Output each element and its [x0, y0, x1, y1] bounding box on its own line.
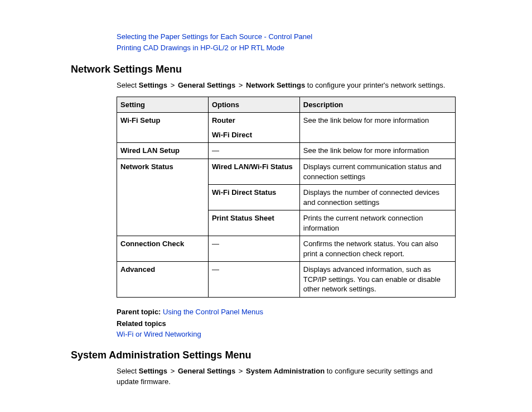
table-row: Advanced — Displays advanced information…: [117, 262, 456, 298]
related-topics-heading: Related topics: [117, 319, 456, 328]
option-router: Router: [212, 116, 296, 126]
text: Select: [117, 367, 139, 375]
section1-body: Select Settings > General Settings > Net…: [71, 80, 456, 338]
link-wifi-wired[interactable]: Wi-Fi or Wired Networking: [117, 330, 201, 338]
cell-description: Prints the current network connection in…: [299, 210, 455, 236]
cell-description: See the link below for more information: [299, 143, 455, 159]
cell-setting: Advanced: [117, 262, 209, 298]
page-container: Selecting the Paper Settings for Each So…: [37, 0, 495, 412]
cell-options: Wi-Fi Direct Status: [208, 185, 299, 210]
table-row: Connection Check — Confirms the network …: [117, 236, 456, 262]
cell-description: See the link below for more information: [299, 113, 455, 143]
text: to configure your printer's network sett…: [305, 81, 445, 89]
heading-network-settings: Network Settings Menu: [71, 64, 456, 75]
table-row: Wi-Fi Setup Router Wi-Fi Direct See the …: [117, 113, 456, 143]
parent-topic-line: Parent topic: Using the Control Panel Me…: [117, 308, 456, 316]
crumb-general: General Settings: [178, 81, 235, 89]
top-links-block: Selecting the Paper Settings for Each So…: [71, 31, 456, 54]
cell-options: —: [208, 143, 299, 159]
cell-options: —: [208, 262, 299, 298]
link-parent-topic[interactable]: Using the Control Panel Menus: [163, 308, 263, 316]
related-links-block: Wi-Fi or Wired Networking: [117, 330, 456, 338]
cell-setting: Wired LAN Setup: [117, 143, 209, 159]
link-cad-drawings[interactable]: Printing CAD Drawings in HP-GL/2 or HP R…: [117, 44, 284, 52]
sep: >: [235, 367, 246, 375]
crumb-settings: Settings: [139, 367, 167, 375]
crumb-system-admin: System Administration: [246, 367, 325, 375]
cell-setting: Wi-Fi Setup: [117, 113, 209, 143]
option-wifi-direct: Wi-Fi Direct: [212, 130, 296, 140]
section1-breadcrumb: Select Settings > General Settings > Net…: [117, 80, 456, 91]
cell-setting: Connection Check: [117, 236, 209, 262]
parent-topic-label: Parent topic:: [117, 308, 163, 316]
link-paper-settings[interactable]: Selecting the Paper Settings for Each So…: [117, 32, 312, 41]
cell-setting: Network Status: [117, 159, 209, 236]
cell-description: Displays the number of connected devices…: [299, 185, 455, 210]
cell-description: Displays advanced information, such as T…: [299, 262, 455, 298]
cell-options: Print Status Sheet: [208, 210, 299, 236]
crumb-settings: Settings: [139, 81, 167, 89]
section2-body: Select Settings > General Settings > Sys…: [71, 366, 456, 387]
cell-options: Router Wi-Fi Direct: [208, 113, 299, 143]
text: Select: [117, 81, 139, 89]
cell-description: Confirms the network status. You can als…: [299, 236, 455, 262]
crumb-network: Network Settings: [246, 81, 305, 89]
crumb-general: General Settings: [178, 367, 235, 375]
sep: >: [235, 81, 246, 89]
network-settings-table: Setting Options Description Wi-Fi Setup …: [117, 97, 456, 298]
cell-description: Displays current communication status an…: [299, 159, 455, 184]
table-row: Network Status Wired LAN/Wi-Fi Status Di…: [117, 159, 456, 184]
table-header-row: Setting Options Description: [117, 97, 456, 113]
cell-options: Wired LAN/Wi-Fi Status: [208, 159, 299, 184]
th-options: Options: [208, 97, 299, 113]
table-row: Wired LAN Setup — See the link below for…: [117, 143, 456, 159]
section2-breadcrumb: Select Settings > General Settings > Sys…: [117, 366, 456, 387]
sep: >: [167, 81, 178, 89]
th-description: Description: [299, 97, 455, 113]
th-setting: Setting: [117, 97, 209, 113]
cell-options: —: [208, 236, 299, 262]
heading-system-admin: System Administration Settings Menu: [71, 349, 456, 361]
sep: >: [167, 367, 178, 375]
